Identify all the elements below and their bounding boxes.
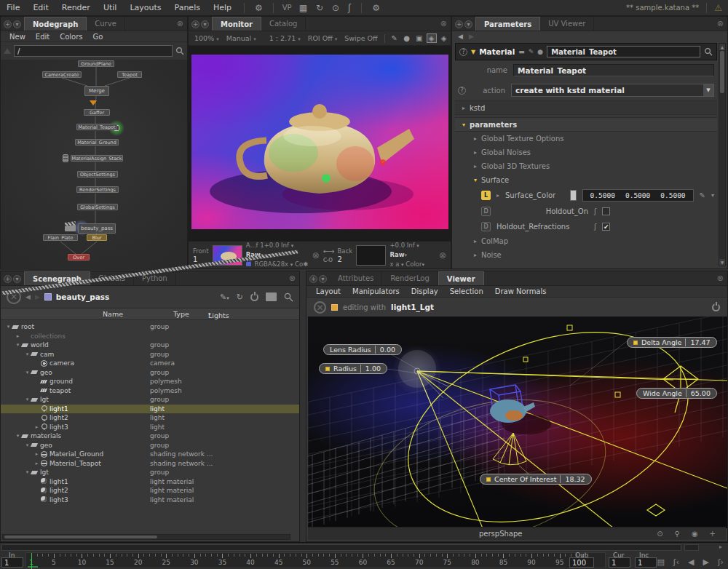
tab-catalog[interactable]: Catalog xyxy=(261,17,306,31)
scenegraph-row-light2[interactable]: light2light material xyxy=(1,486,299,496)
focus-node-name[interactable]: beauty_pass xyxy=(56,293,109,301)
holdout-on-checkbox[interactable] xyxy=(602,207,610,215)
pane-add-icon[interactable]: + xyxy=(4,275,12,283)
scenegraph-row-light2[interactable]: light2light xyxy=(1,413,299,423)
viewer-menu-selection[interactable]: Selection xyxy=(445,287,488,295)
hud-wide-angle[interactable]: Wide Angle65.00 xyxy=(636,388,717,399)
help-icon[interactable]: ? xyxy=(458,87,466,95)
scenegraph-row-teapot[interactable]: teapotpolymesh xyxy=(1,386,299,396)
node-gaffer[interactable]: Gaffer xyxy=(84,109,110,116)
view-flag-icon[interactable] xyxy=(90,100,97,106)
tab-attributes[interactable]: Attributes xyxy=(330,271,382,285)
scenegraph-row-lgt[interactable]: ▾lgtgroup xyxy=(1,468,299,477)
clear-front-icon[interactable]: ⊗ xyxy=(312,250,320,260)
scroll-right-icon[interactable]: ▸ xyxy=(719,544,722,550)
pane-menu-icon[interactable]: ▾ xyxy=(201,20,209,28)
default-badge[interactable]: D xyxy=(481,222,491,231)
add-plus-icon[interactable]: + xyxy=(710,530,716,538)
pane-menu-icon[interactable]: ▾ xyxy=(13,20,21,28)
pane-add-icon[interactable]: + xyxy=(4,20,12,28)
power-icon[interactable] xyxy=(250,293,258,301)
expander-icon[interactable]: ▾ xyxy=(15,433,21,439)
scenegraph-row-collections[interactable]: ▸collections xyxy=(1,332,299,341)
timeline-scrollbar-handle[interactable] xyxy=(684,544,699,551)
node-search-input[interactable] xyxy=(14,45,173,57)
hud-radius[interactable]: Radius1.00 xyxy=(319,363,387,374)
roi-dropdown[interactable]: ROI Off ▾ xyxy=(305,34,340,42)
clear-back-icon[interactable]: ⊗ xyxy=(439,250,446,260)
search-icon[interactable] xyxy=(284,293,293,302)
badge-icon[interactable]: ▬ xyxy=(518,48,525,55)
compare-icon[interactable]: ◈ xyxy=(439,34,449,42)
expander-icon[interactable]: ▾ xyxy=(24,351,31,357)
history-forward-icon[interactable]: ▶ xyxy=(35,293,40,301)
link-buffers-icon[interactable]: ←→c-o xyxy=(323,247,334,263)
menubar-item-file[interactable]: File xyxy=(0,3,26,12)
default-badge[interactable]: D xyxy=(481,207,491,216)
node-objectsettings[interactable]: ObjectSettings xyxy=(77,171,118,178)
node-material-teapot[interactable]: Material_Teapot xyxy=(76,124,117,130)
node-cameracreate[interactable]: CameraCreate xyxy=(42,71,82,78)
keyframe-icon[interactable]: ʃ xyxy=(344,3,355,13)
action-dropdown[interactable]: create with kstd material ▼ xyxy=(511,84,714,97)
search-icon[interactable] xyxy=(704,47,713,56)
node-over[interactable]: Over xyxy=(68,254,90,260)
node-teapot[interactable]: Teapot xyxy=(117,71,142,78)
viewer-menu-manipulators[interactable]: Manipulators xyxy=(347,287,405,295)
tab-parameters[interactable]: Parameters xyxy=(475,17,540,31)
node-globalsettings[interactable]: GlobalSettings xyxy=(77,204,118,210)
hud-lens-radius[interactable]: Lens Radius0.00 xyxy=(323,344,402,355)
sync-icon[interactable]: ↻ xyxy=(312,3,328,13)
pane-add-icon[interactable]: + xyxy=(455,20,463,28)
expander-icon[interactable]: ▾ xyxy=(15,342,21,348)
help-icon[interactable]: ? xyxy=(459,48,467,56)
clear-edit-icon[interactable]: ✕ xyxy=(314,301,326,314)
close-icon[interactable]: ⊗ xyxy=(717,19,727,31)
column-type[interactable]: Type xyxy=(173,310,189,318)
group-global-texture-options[interactable]: ▸Global Texture Options xyxy=(455,132,717,146)
group-kstd[interactable]: ▸kstd xyxy=(455,100,717,115)
expand-triangle-icon[interactable]: ▼ xyxy=(471,49,475,55)
out-field[interactable] xyxy=(569,557,594,568)
tab-nodegraph[interactable]: Nodegraph xyxy=(24,17,87,31)
tab-monitor[interactable]: Monitor xyxy=(212,17,261,31)
node-flain-plate[interactable]: Flain_Plate xyxy=(43,234,78,241)
group-global-3d-textures[interactable]: ▸Global 3D Textures xyxy=(455,159,717,173)
expander-icon[interactable]: ▾ xyxy=(24,397,31,402)
current-frame-field[interactable] xyxy=(609,557,630,568)
nodegraph-menu-go[interactable]: Go xyxy=(89,33,108,41)
group-parameters[interactable]: ▾parameters xyxy=(455,117,717,132)
viewer-menu-layout[interactable]: Layout xyxy=(311,287,346,295)
edit-pencil-icon[interactable]: ✎▾ xyxy=(220,293,229,302)
history-forward-icon[interactable]: ▶ xyxy=(469,33,474,40)
lock-icon[interactable] xyxy=(246,262,251,266)
comment-icon[interactable]: ● xyxy=(402,34,412,42)
increment-field[interactable] xyxy=(635,557,657,568)
expander-icon[interactable]: ▾ xyxy=(24,469,31,475)
vp-label[interactable]: VP xyxy=(280,4,295,12)
scenegraph-row-camera[interactable]: cameracamera xyxy=(1,359,299,368)
tab-viewer[interactable]: Viewer xyxy=(438,271,484,285)
render-image[interactable] xyxy=(191,55,448,229)
menubar-item-panels[interactable]: Panels xyxy=(168,3,207,12)
node-merge[interactable]: Merge xyxy=(84,86,109,96)
pane-menu-icon[interactable]: ▾ xyxy=(319,275,327,283)
history-back-icon[interactable]: ◀ xyxy=(25,293,31,301)
step-forward-icon[interactable]: ▶ xyxy=(703,557,708,567)
menubar-item-layouts[interactable]: Layouts xyxy=(123,3,167,12)
visibility-eye-icon[interactable]: ⊙ xyxy=(657,530,662,538)
expander-icon[interactable]: ▸ xyxy=(33,461,40,466)
history-back-icon[interactable]: ◀ xyxy=(458,33,463,40)
surface-color-values[interactable]: 0.5000 0.5000 0.5000 xyxy=(582,189,694,202)
menubar-item-edit[interactable]: Edit xyxy=(26,3,55,12)
pan-tool-icon[interactable]: ◈ xyxy=(427,33,437,43)
search-icon[interactable] xyxy=(175,47,184,55)
node-rendersettings[interactable]: RenderSettings xyxy=(76,186,119,193)
expander-icon[interactable]: ▾ xyxy=(5,324,12,330)
pane-menu-icon[interactable]: ▾ xyxy=(13,275,21,283)
annotate-pencil-icon[interactable]: ✎ xyxy=(389,34,400,42)
node-groundplane[interactable]: GroundPlane xyxy=(78,60,114,67)
hud-center-of-interest[interactable]: Center Of Interest18.32 xyxy=(480,474,592,485)
scrollbar-thumb[interactable] xyxy=(720,51,724,93)
group-noise[interactable]: ▸Noise xyxy=(455,248,717,262)
